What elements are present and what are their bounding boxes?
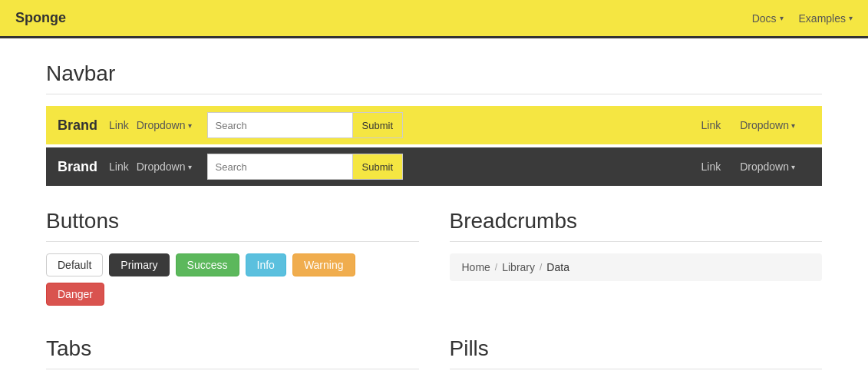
two-column-layout: Buttons Default Primary Success Info War… [46,209,822,306]
breadcrumb-container: Home / Library / Data [450,253,823,281]
btn-warning[interactable]: Warning [292,253,355,276]
tabs-column: Tabs [46,336,419,381]
breadcrumb-library[interactable]: Library [502,261,535,273]
buttons-row: Default Primary Success Info Warning Dan… [46,253,419,306]
yellow-navbar-brand[interactable]: Brand [58,118,97,134]
dark-navbar-search-area: Submit [207,154,376,180]
dark-navbar-demo: Brand Link Dropdown Submit Link Dropdown [46,147,822,186]
dark-navbar-search-input[interactable] [207,154,353,180]
btn-default[interactable]: Default [46,253,103,276]
dark-navbar-link[interactable]: Link [109,161,129,173]
breadcrumb-data: Data [546,261,569,273]
dark-navbar-dropdown[interactable]: Dropdown [137,161,192,173]
yellow-navbar-link[interactable]: Link [109,119,129,131]
pills-section-title: Pills [450,336,823,369]
buttons-section-title: Buttons [46,209,419,242]
dark-navbar-submit-btn[interactable]: Submit [353,154,403,180]
examples-link[interactable]: Examples [799,12,853,25]
dark-navbar-right: Link Dropdown [701,161,810,173]
tabs-section-title: Tabs [46,336,419,369]
breadcrumbs-column: Breadcrumbs Home / Library / Data [450,209,823,306]
pills-column: Pills [450,336,823,381]
navbar-section-title: Navbar [46,61,822,94]
yellow-navbar-right: Link Dropdown [701,119,810,131]
top-navbar: Sponge Docs Examples [0,0,868,38]
btn-info[interactable]: Info [246,253,286,276]
dark-navbar-brand[interactable]: Brand [58,159,97,175]
top-nav-right: Docs Examples [752,12,853,25]
yellow-navbar-submit-btn[interactable]: Submit [353,112,403,138]
breadcrumb-home[interactable]: Home [462,261,490,273]
btn-primary[interactable]: Primary [109,253,169,276]
dark-navbar-right-link[interactable]: Link [701,161,721,173]
yellow-navbar-right-dropdown[interactable]: Dropdown [740,119,795,131]
bottom-sections: Tabs Pills [46,336,822,381]
yellow-navbar-right-link[interactable]: Link [701,119,721,131]
dark-navbar-right-dropdown[interactable]: Dropdown [740,161,795,173]
yellow-navbar-search-area: Submit [207,112,376,138]
docs-link[interactable]: Docs [752,12,784,25]
breadcrumbs-section-title: Breadcrumbs [450,209,823,242]
app-brand[interactable]: Sponge [15,10,66,26]
breadcrumb-sep-2: / [540,262,542,273]
yellow-navbar-demo: Brand Link Dropdown Submit Link Dropdown [46,106,822,144]
yellow-navbar-dropdown[interactable]: Dropdown [137,119,192,131]
btn-success[interactable]: Success [176,253,239,276]
main-content: Navbar Brand Link Dropdown Submit Link D… [0,38,868,384]
btn-danger[interactable]: Danger [46,283,104,306]
buttons-column: Buttons Default Primary Success Info War… [46,209,419,306]
breadcrumb-sep-1: / [495,262,497,273]
yellow-navbar-search-input[interactable] [207,112,353,138]
